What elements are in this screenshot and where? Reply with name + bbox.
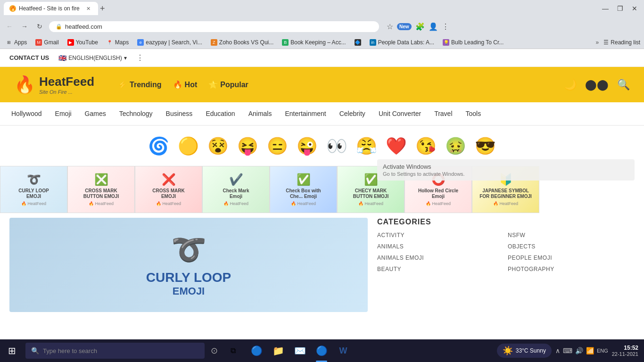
nav-technology[interactable]: Technology [113,102,159,125]
forward-button[interactable]: → [19,21,30,32]
close-button[interactable]: ✕ [629,4,640,13]
taskbar-app-mail[interactable]: ✉️ [289,339,310,362]
tab-close-button[interactable]: ✕ [86,6,91,12]
bookmark-bulb[interactable]: 💡 Bulb Leading To Cr... [441,38,505,47]
browser-titlebar: 🔥 Heatfeed - Site is on fire ✕ + — ❐ ✕ [0,0,644,17]
emoji-sick[interactable]: 🤢 [443,133,469,159]
bookmark-maps[interactable]: 📍 Maps [105,38,131,47]
emoji-wink[interactable]: 😜 [294,133,320,159]
nav-animals[interactable]: Animals [242,102,279,125]
emoji-expressionless[interactable]: 😑 [264,133,290,159]
emoji-steam[interactable]: 😤 [354,133,380,159]
bookmark-peopledata[interactable]: in People Data Labs: A... [368,38,436,47]
bookmark-eazypay[interactable]: e eazypay | Search, Vi... [135,38,204,47]
nav-celebrity[interactable]: Celebrity [333,102,372,125]
contact-us-link[interactable]: CONTACT US [9,54,49,61]
nav-education[interactable]: Education [199,102,241,125]
bookmark-bookkeeping[interactable]: B Book Keeping – Acc... [280,38,347,47]
hot-nav-item[interactable]: 🔥 Hot [173,80,198,89]
category-people-emoji[interactable]: PEOPLE EMOJI [508,255,635,261]
logo[interactable]: 🔥 HeatFeed Site On Fire ... [14,74,94,95]
refresh-button[interactable]: ↻ [34,21,45,32]
emoji-circle[interactable]: 🟡 [175,133,201,159]
emoji-heart[interactable]: ❤️ [383,133,409,159]
bookmarks-more-button[interactable]: » [596,39,599,46]
emoji-eyes[interactable]: 👀 [324,133,350,159]
reading-list-button[interactable]: ☰ Reading list [603,39,640,46]
back-button[interactable]: ← [4,21,15,32]
logo-name: HeatFeed [39,74,94,89]
nav-tools[interactable]: Tools [459,102,488,125]
popular-icon: ⭐ [208,80,218,89]
share-icon[interactable]: ⬤⬤ [585,79,609,91]
bookmark-gmail-label: Gmail [44,39,58,46]
image-card-checkmark[interactable]: ✔️ Check MarkEmoji 🔥 HeatFeed [202,166,270,213]
start-button[interactable]: ⊞ [0,339,24,362]
tray-speakers-icon[interactable]: 🔊 [575,347,583,354]
tray-keyboard-icon[interactable]: ⌨ [563,347,572,354]
language-selector[interactable]: 🇬🇧 ENGLISH(ENGLISH) ▾ [58,54,126,62]
clock-display[interactable]: 15:52 22-11-2021 [612,345,638,357]
category-activity[interactable]: ACTIVITY [377,232,504,239]
bookmark-gmail[interactable]: M Gmail [33,38,60,47]
dark-mode-icon[interactable]: 🌙 [564,79,577,91]
emoji-tongue[interactable]: 😝 [235,133,261,159]
taskbar-app-chrome2[interactable]: 🔵 [311,339,332,362]
image-card-curly-loop[interactable]: ➰ CURLY LOOPEMOJI 🔥 HeatFeed [0,166,67,213]
bookmark-star-icon[interactable]: ☆ [387,22,393,31]
task-view-button[interactable]: ⧉ [223,339,242,362]
search-icon[interactable]: 🔍 [617,79,630,91]
taskbar-app-word[interactable]: W [333,339,354,362]
featured-article[interactable]: ➰ CURLY LOOP EMOJI [9,218,368,312]
nav-unit-converter[interactable]: Unit Converter [372,102,428,125]
category-nsfw[interactable]: NSFW [508,232,635,239]
url-bar[interactable]: 🔒 heatfeed.com [49,21,379,32]
menu-icon[interactable]: ⋮ [442,22,449,31]
nav-travel[interactable]: Travel [428,102,459,125]
bookmark-apps[interactable]: ⊞ Apps [4,38,29,47]
category-photography[interactable]: PHOTOGRAPHY [508,266,635,272]
category-animals-emoji[interactable]: ANIMALS EMOJI [377,255,504,261]
image-card-checkbox[interactable]: ✅ Check Box withChe... Emoji 🔥 HeatFeed [270,166,337,213]
emoji-dizzyface[interactable]: 😵 [205,133,231,159]
restore-button[interactable]: ❐ [614,4,626,13]
emoji-cool[interactable]: 😎 [472,133,498,159]
new-tab-button[interactable]: + [100,4,105,14]
mail-app-icon: ✉️ [294,345,306,356]
emoji-kiss[interactable]: 😘 [413,133,439,159]
bookmark-unknown[interactable]: 🔷 [353,38,363,47]
tray-network-icon[interactable]: 📶 [586,347,594,354]
emoji-dizzy[interactable]: 🌀 [146,133,172,159]
bookmark-zoho[interactable]: Z Zoho Books VS Qui... [209,38,275,47]
tray-up-arrow-icon[interactable]: ∧ [555,347,560,354]
popular-nav-item[interactable]: ⭐ Popular [208,80,248,89]
browser-tab[interactable]: 🔥 Heatfeed - Site is on fire ✕ [4,2,98,15]
weather-widget[interactable]: ☀️ 33°C Sunny [497,344,552,358]
category-beauty[interactable]: BEAUTY [377,266,504,272]
image-card-crossmark[interactable]: ❌ CROSS MARKEMOJI 🔥 HeatFeed [135,166,202,213]
bookmark-youtube[interactable]: ▶ YouTube [66,38,100,47]
topbar-menu-icon[interactable]: ⋮ [136,53,144,62]
minimize-button[interactable]: — [599,4,611,13]
toolbar-icons: ☆ New 🧩 👤 ⋮ [387,22,449,31]
extensions-icon[interactable]: 🧩 [415,22,425,31]
taskbar-app-explorer[interactable]: 📁 [268,339,289,362]
nav-emoji[interactable]: Emoji [49,102,78,125]
taskbar-app-chrome[interactable]: 🔵 [246,339,267,362]
language-indicator[interactable]: ENG [597,348,608,354]
categories-col-right: NSFW OBJECTS PEOPLE EMOJI PHOTOGRAPHY [508,232,635,272]
weather-text: 33°C Sunny [516,347,546,354]
taskbar-search-bar[interactable]: 🔍 Type here to search [25,343,205,359]
nav-entertainment[interactable]: Entertainment [278,102,332,125]
nav-games[interactable]: Games [78,102,113,125]
gmail-favicon: M [35,39,42,46]
nav-hollywood[interactable]: Hollywood [5,102,49,125]
cortana-button[interactable]: ⊙ [205,339,223,362]
article-inner: ➰ CURLY LOOP EMOJI [9,218,368,312]
category-animals[interactable]: ANIMALS [377,243,504,250]
image-card-crossmark-btn[interactable]: ❎ CROSS MARKBUTTON EMOJI 🔥 HeatFeed [67,166,135,213]
nav-business[interactable]: Business [159,102,199,125]
category-objects[interactable]: OBJECTS [508,243,635,250]
trending-nav-item[interactable]: ⚡ Trending [118,80,162,89]
profile-icon[interactable]: 👤 [429,22,438,31]
